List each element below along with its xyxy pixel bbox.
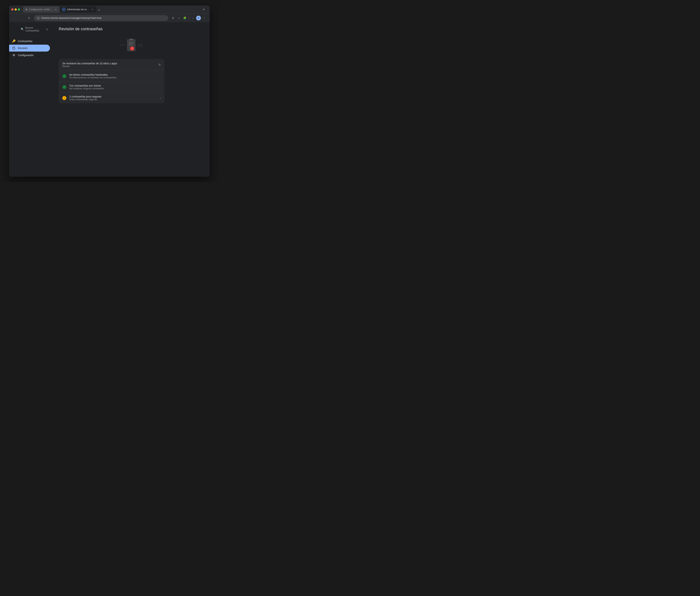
sidebar: Administrador de contraseñas de 🔍 Buscar… xyxy=(9,22,53,177)
hacked-desc: Te informaremos si hackean tus contraseñ… xyxy=(69,76,161,79)
browser-window: Configuración: Verificación d ✕ Administ… xyxy=(9,5,210,177)
search-bar[interactable]: 🔍 Buscar contraseñas xyxy=(19,25,41,33)
revision-icon xyxy=(12,47,16,50)
chrome-label: Chrome xyxy=(41,17,50,19)
tabs-bar: Configuración: Verificación d ✕ Administ… xyxy=(22,6,200,12)
tab-1-close[interactable]: ✕ xyxy=(54,8,57,11)
illustration: ! xyxy=(59,34,204,56)
svg-rect-21 xyxy=(120,44,125,45)
passwords-icon: 🔑 xyxy=(12,40,16,43)
tab-2-label: Administrador de contraseña xyxy=(67,8,90,11)
maximize-button[interactable] xyxy=(18,8,20,10)
weak-title: 2 contraseñas poco seguras xyxy=(69,95,160,98)
svg-rect-25 xyxy=(138,46,143,47)
svg-point-7 xyxy=(121,38,121,39)
sidebar-item-revision[interactable]: Revisión xyxy=(9,45,50,52)
result-row-weak[interactable]: ! 2 contraseñas poco seguras Crea contra… xyxy=(59,93,165,103)
sidebar-item-passwords[interactable]: 🔑 Contraseñas xyxy=(9,37,50,45)
unique-desc: No reutilizas ninguna contraseña. xyxy=(69,87,161,90)
svg-text:!: ! xyxy=(132,47,132,50)
results-sub-text: Recién xyxy=(62,65,117,68)
tab-2[interactable]: Administrador de contraseña ✕ xyxy=(60,6,96,12)
weak-desc: Crea contraseñas seguras xyxy=(69,98,160,101)
tabs-right: ▼ xyxy=(202,7,207,12)
weak-arrow-icon: › xyxy=(160,97,161,100)
svg-rect-30 xyxy=(129,45,133,45)
traffic-lights xyxy=(11,8,20,10)
address-text: Chrome chrome://password-manager/checkup… xyxy=(41,17,165,19)
results-info: Se revisaron las contraseñas de 15 sitio… xyxy=(62,62,117,68)
reload-button[interactable]: ↻ xyxy=(27,16,32,21)
tab-2-close[interactable]: ✕ xyxy=(91,8,94,11)
download-page-button[interactable]: ⬇ xyxy=(171,16,176,21)
hacked-title: No tienes contraseñas hackeadas xyxy=(69,73,161,76)
chrome-icon: C xyxy=(37,17,40,20)
address-bar: ← → ↻ C Chrome chrome://password-manager… xyxy=(9,14,210,22)
svg-point-2 xyxy=(63,9,64,10)
svg-point-18 xyxy=(141,41,142,41)
hacked-status-icon: ✓ xyxy=(62,74,66,78)
toolbar-divider xyxy=(189,16,189,20)
svg-point-17 xyxy=(138,41,139,41)
svg-rect-22 xyxy=(120,45,124,46)
results-card: Se revisaron las contraseñas de 15 sitio… xyxy=(59,59,165,103)
svg-point-10 xyxy=(121,41,121,41)
settings-icon: ⚙ xyxy=(12,53,16,57)
svg-point-19 xyxy=(138,43,139,43)
main-content: Revisión de contraseñas xyxy=(53,22,210,177)
results-header: Se revisaron las contraseñas de 15 sitio… xyxy=(59,59,165,71)
title-bar: Configuración: Verificación d ✕ Administ… xyxy=(9,5,210,14)
svg-point-20 xyxy=(141,43,142,43)
svg-rect-24 xyxy=(138,45,142,46)
unique-title: Tus contraseñas son únicas xyxy=(69,84,161,87)
tab-1-label: Configuración: Verificación d xyxy=(29,8,53,11)
svg-point-13 xyxy=(121,43,121,43)
app-header: Administrador de contraseñas de 🔍 Buscar… xyxy=(9,25,53,37)
svg-rect-28 xyxy=(129,42,134,43)
svg-point-12 xyxy=(126,41,127,41)
svg-point-9 xyxy=(126,38,127,39)
extensions-button[interactable]: 🧩 xyxy=(182,16,187,21)
sidebar-item-settings[interactable]: ⚙ Configuración xyxy=(9,52,50,59)
svg-point-15 xyxy=(138,38,139,39)
svg-rect-23 xyxy=(138,44,144,45)
svg-rect-27 xyxy=(129,38,133,41)
help-button[interactable]: ? xyxy=(46,28,48,31)
unique-result-text: Tus contraseñas son únicas No reutilizas… xyxy=(69,84,161,90)
checkup-illustration: ! xyxy=(117,35,146,55)
address-url: chrome://password-manager/checkup?start=… xyxy=(50,17,101,19)
app-content: Administrador de contraseñas de 🔍 Buscar… xyxy=(9,22,210,177)
hacked-result-text: No tienes contraseñas hackeadas Te infor… xyxy=(69,73,161,79)
svg-text:C: C xyxy=(38,17,39,19)
result-row-unique[interactable]: ✓ Tus contraseñas son únicas No reutiliz… xyxy=(59,82,165,93)
svg-point-11 xyxy=(124,41,124,41)
minimize-button[interactable] xyxy=(15,8,17,10)
forward-button[interactable]: → xyxy=(19,16,24,21)
search-placeholder: Buscar contraseñas xyxy=(25,26,39,32)
toolbar-icons: ⬇ ☆ 🧩 ↓ U ⋮ xyxy=(171,16,207,21)
page-title: Revisión de contraseñas xyxy=(59,27,103,31)
close-button[interactable] xyxy=(11,8,14,10)
sidebar-label-settings: Configuración xyxy=(18,54,33,57)
bookmark-button[interactable]: ☆ xyxy=(176,16,181,21)
svg-point-16 xyxy=(141,38,142,39)
refresh-button[interactable]: ↻ xyxy=(158,63,161,67)
sidebar-label-revision: Revisión xyxy=(18,47,28,50)
back-button[interactable]: ← xyxy=(12,16,17,21)
svg-rect-29 xyxy=(129,44,133,44)
svg-point-0 xyxy=(26,9,27,10)
downloads-button[interactable]: ↓ xyxy=(190,16,195,21)
search-icon: 🔍 xyxy=(21,28,24,31)
new-tab-button[interactable]: + xyxy=(97,7,102,12)
password-manager-tab-icon xyxy=(62,8,66,11)
weak-result-text: 2 contraseñas poco seguras Crea contrase… xyxy=(69,95,160,101)
avatar[interactable]: U xyxy=(196,16,201,20)
sidebar-label-passwords: Contraseñas xyxy=(18,40,32,43)
address-input[interactable]: C Chrome chrome://password-manager/check… xyxy=(34,15,168,21)
svg-point-14 xyxy=(124,43,124,43)
menu-button[interactable]: ⋮ xyxy=(202,16,207,21)
tab-list-button[interactable]: ▼ xyxy=(202,7,206,12)
result-row-hacked[interactable]: ✓ No tienes contraseñas hackeadas Te inf… xyxy=(59,71,165,82)
tab-1[interactable]: Configuración: Verificación d ✕ xyxy=(23,6,59,12)
weak-status-icon: ! xyxy=(62,96,66,100)
